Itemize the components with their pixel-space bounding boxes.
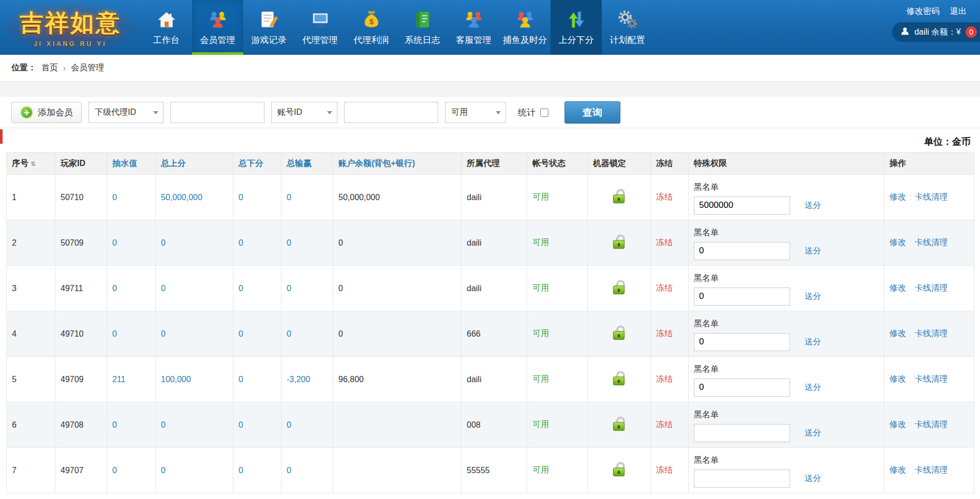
- column-header-pump[interactable]: 抽水值: [107, 153, 156, 175]
- machine-lock-toggle[interactable]: [588, 311, 651, 357]
- pump-value[interactable]: 0: [107, 448, 156, 493]
- nav-item-fishing-score[interactable]: 捕鱼及时分: [499, 0, 551, 55]
- nav-item-game-record[interactable]: 游戏记录: [243, 0, 294, 55]
- nav-item-agent-management[interactable]: 代理管理: [294, 0, 346, 55]
- total-winloss[interactable]: 0: [281, 220, 333, 266]
- nav-item-customer-service[interactable]: 客服管理: [448, 0, 499, 55]
- brand-logo[interactable]: 吉祥如意 JI XIANG RU YI: [0, 0, 141, 55]
- column-header-total-up[interactable]: 总上分: [156, 153, 233, 175]
- clear-line-link[interactable]: 卡线清理: [914, 238, 947, 247]
- total-winloss[interactable]: 0: [281, 175, 333, 220]
- machine-lock-toggle[interactable]: [588, 175, 651, 220]
- points-input[interactable]: [694, 288, 790, 306]
- total-down[interactable]: 0: [233, 266, 281, 311]
- send-points-link[interactable]: 送分: [805, 200, 821, 211]
- freeze-link[interactable]: 冻结: [651, 357, 689, 402]
- total-down[interactable]: 0: [233, 448, 281, 493]
- stats-checkbox[interactable]: [540, 109, 548, 117]
- logout-link[interactable]: 退出: [950, 6, 967, 17]
- total-down[interactable]: 0: [233, 220, 281, 266]
- add-member-button[interactable]: + 添加会员: [11, 102, 82, 123]
- points-input[interactable]: [694, 379, 790, 397]
- clear-line-link[interactable]: 卡线清理: [914, 283, 947, 292]
- total-up[interactable]: 50,000,000: [156, 175, 233, 220]
- total-up[interactable]: 0: [156, 266, 233, 311]
- clear-line-link[interactable]: 卡线清理: [914, 192, 947, 201]
- nav-item-member-management[interactable]: 会员管理: [192, 0, 243, 55]
- clear-line-link[interactable]: 卡线清理: [914, 465, 947, 474]
- freeze-link[interactable]: 冻结: [651, 266, 689, 311]
- send-points-link[interactable]: 送分: [805, 291, 821, 302]
- nav-item-score-updown[interactable]: 上分下分: [551, 0, 602, 55]
- total-down[interactable]: 0: [233, 311, 281, 357]
- total-up[interactable]: 100,000: [156, 357, 233, 402]
- points-input[interactable]: [694, 470, 790, 488]
- freeze-link[interactable]: 冻结: [651, 220, 689, 266]
- clear-line-link[interactable]: 卡线清理: [914, 420, 947, 429]
- pump-value[interactable]: 0: [107, 175, 156, 220]
- column-header-total-winloss[interactable]: 总输赢: [281, 153, 333, 175]
- freeze-link[interactable]: 冻结: [651, 448, 689, 493]
- edit-link[interactable]: 修改: [889, 374, 906, 383]
- machine-lock-toggle[interactable]: [588, 220, 651, 266]
- total-down[interactable]: 0: [233, 175, 281, 220]
- freeze-link[interactable]: 冻结: [651, 402, 689, 448]
- nav-item-system-log[interactable]: 系统日志: [397, 0, 448, 55]
- total-winloss[interactable]: 0: [281, 266, 333, 311]
- machine-lock-toggle[interactable]: [588, 448, 651, 493]
- points-input[interactable]: [694, 424, 790, 442]
- total-winloss[interactable]: -3,200: [281, 357, 333, 402]
- column-header-index[interactable]: 序号⇅: [7, 153, 55, 175]
- edit-link[interactable]: 修改: [889, 192, 906, 201]
- send-points-link[interactable]: 送分: [805, 473, 821, 484]
- total-up[interactable]: 0: [156, 311, 233, 357]
- edit-link[interactable]: 修改: [889, 238, 906, 247]
- clear-line-link[interactable]: 卡线清理: [914, 329, 947, 338]
- account-id-input[interactable]: [344, 102, 438, 123]
- total-winloss[interactable]: 0: [281, 448, 333, 493]
- change-password-link[interactable]: 修改密码: [907, 6, 940, 17]
- column-header-total-down[interactable]: 总下分: [233, 153, 281, 175]
- send-points-link[interactable]: 送分: [805, 337, 821, 347]
- nav-item-agent-profit[interactable]: $ 代理利润: [346, 0, 397, 55]
- machine-lock-toggle[interactable]: [588, 357, 651, 402]
- edit-link[interactable]: 修改: [889, 420, 906, 429]
- edit-link[interactable]: 修改: [889, 329, 906, 338]
- sort-icon[interactable]: ⇅: [31, 160, 36, 168]
- total-winloss[interactable]: 0: [281, 311, 333, 357]
- pump-value[interactable]: 211: [107, 357, 156, 402]
- pump-value[interactable]: 0: [107, 220, 156, 266]
- total-up[interactable]: 0: [156, 220, 233, 266]
- clear-line-link[interactable]: 卡线清理: [914, 374, 947, 383]
- pump-value[interactable]: 0: [107, 311, 156, 357]
- total-down[interactable]: 0: [233, 357, 281, 402]
- search-button[interactable]: 查询: [565, 101, 620, 124]
- machine-lock-toggle[interactable]: [588, 402, 651, 448]
- points-input[interactable]: [694, 242, 790, 260]
- user-balance-bar[interactable]: daili 余额：¥ 0: [892, 22, 980, 42]
- column-header-balance[interactable]: 账户余额(背包+银行): [333, 153, 462, 175]
- send-points-link[interactable]: 送分: [805, 382, 821, 393]
- pump-value[interactable]: 0: [107, 402, 156, 448]
- nav-item-plan-config[interactable]: 计划配置: [602, 0, 653, 55]
- send-points-link[interactable]: 送分: [805, 246, 821, 256]
- edit-link[interactable]: 修改: [889, 465, 906, 474]
- account-filter-select[interactable]: 账号ID: [271, 102, 337, 123]
- total-up[interactable]: 0: [156, 402, 233, 448]
- agent-id-input[interactable]: [170, 102, 264, 123]
- nav-item-workbench[interactable]: 工作台: [141, 0, 192, 55]
- send-points-link[interactable]: 送分: [805, 428, 821, 438]
- points-input[interactable]: [694, 333, 790, 351]
- freeze-link[interactable]: 冻结: [651, 311, 689, 357]
- freeze-link[interactable]: 冻结: [651, 175, 689, 220]
- pump-value[interactable]: 0: [107, 266, 156, 311]
- agent-filter-select[interactable]: 下级代理ID: [88, 102, 164, 123]
- machine-lock-toggle[interactable]: [588, 266, 651, 311]
- total-up[interactable]: 0: [156, 448, 233, 493]
- status-filter-select[interactable]: 可用: [445, 102, 506, 123]
- edit-link[interactable]: 修改: [889, 283, 906, 292]
- total-down[interactable]: 0: [233, 402, 281, 448]
- breadcrumb-home-link[interactable]: 首页: [41, 63, 58, 73]
- total-winloss[interactable]: 0: [281, 402, 333, 448]
- points-input[interactable]: [694, 196, 790, 215]
